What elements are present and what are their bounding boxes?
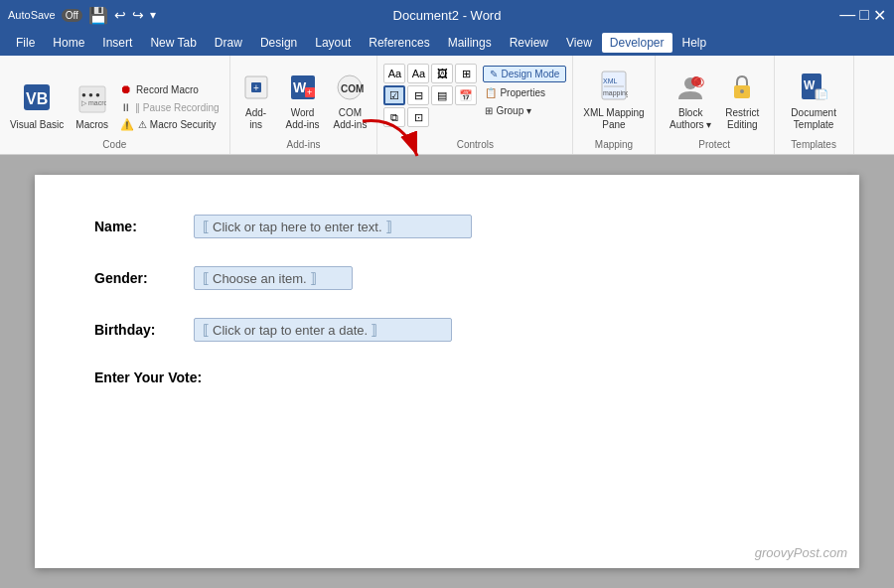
templates-group: W 📄 DocumentTemplate Templates (775, 56, 854, 154)
add-ins-button[interactable]: + Add-ins (236, 72, 276, 133)
menu-draw[interactable]: Draw (207, 33, 250, 53)
add-ins-group: + Add-ins W + WordAdd-i (230, 56, 378, 154)
undo-icon[interactable]: ↩ (114, 7, 126, 23)
main-content: VB Visual Basic ● ● ● ▷ macro Macros (0, 56, 894, 588)
combo-control-btn[interactable]: ⊟ (407, 85, 429, 105)
gender-dropdown[interactable]: Choose an item. (194, 266, 353, 290)
ribbon: VB Visual Basic ● ● ● ▷ macro Macros (0, 56, 894, 155)
group-icon: ⊞ (485, 105, 493, 116)
name-input[interactable]: Click or tap here to enter text. (194, 215, 472, 238)
pause-recording-button[interactable]: ⏸ ‖ Pause Recording (116, 99, 224, 115)
document-template-button[interactable]: W 📄 DocumentTemplate (787, 70, 840, 133)
menu-file[interactable]: File (8, 33, 43, 53)
controls-group-title: Controls (457, 135, 494, 150)
svg-text:VB: VB (26, 90, 48, 107)
watermark: groovyPost.com (755, 545, 847, 560)
record-macro-button[interactable]: ⏺ Record Macro (116, 80, 203, 98)
name-placeholder: Click or tap here to enter text. (213, 220, 382, 234)
record-icon: ⏺ (120, 82, 132, 96)
group-button[interactable]: ⊞ Group ▾ (483, 103, 566, 118)
properties-button[interactable]: 📋 Properties (483, 85, 566, 100)
menu-help[interactable]: Help (674, 33, 715, 53)
legacy-control-btn[interactable]: ⊡ (407, 107, 429, 127)
close-icon[interactable]: ✕ (873, 6, 886, 25)
controls-grid: Aa Aa 🖼 ⊞ ☑ ⊟ ▤ 📅 ⧉ ⊡ (383, 64, 477, 127)
svg-point-23 (740, 89, 744, 93)
design-mode-button[interactable]: ✎ Design Mode (483, 66, 566, 82)
menu-new-tab[interactable]: New Tab (142, 33, 204, 53)
menu-bar: File Home Insert New Tab Draw Design Lay… (0, 30, 894, 56)
macro-security-button[interactable]: ⚠️ ⚠ Macro Security (116, 116, 220, 133)
birthday-field-row: Birthday: Click or tap to enter a date. (94, 318, 800, 342)
restrict-editing-button[interactable]: RestrictEditing (721, 72, 763, 133)
more-controls-btn[interactable]: ⊞ (455, 64, 477, 83)
svg-text:🚫: 🚫 (693, 76, 704, 88)
vote-label: Enter Your Vote: (94, 369, 202, 385)
properties-label: Properties (500, 87, 545, 98)
window-controls: — □ ✕ (839, 6, 886, 25)
protect-group: 🚫 BlockAuthors ▾ RestrictEditing (656, 56, 775, 154)
visual-basic-button[interactable]: VB Visual Basic (6, 80, 68, 133)
record-macro-label: Record Macro (136, 84, 199, 95)
repeating-control-btn[interactable]: ⧉ (383, 107, 405, 127)
text-control-btn[interactable]: Aa (383, 64, 405, 83)
dropdown-control-btn[interactable]: ▤ (431, 85, 453, 105)
gender-placeholder: Choose an item. (213, 271, 307, 286)
menu-design[interactable]: Design (252, 33, 305, 53)
vote-field-row: Enter Your Vote: (94, 369, 800, 385)
picture-control-btn[interactable]: 🖼 (431, 64, 453, 83)
templates-group-title: Templates (791, 135, 836, 150)
mapping-group-title: Mapping (595, 135, 633, 150)
date-control-btn[interactable]: 📅 (455, 85, 477, 105)
pause-recording-label: ‖ Pause Recording (135, 102, 220, 113)
title-bar-left: AutoSave Off 💾 ↩ ↪ ▾ (8, 6, 156, 25)
gender-label: Gender: (94, 270, 194, 286)
menu-view[interactable]: View (558, 33, 600, 53)
svg-text:COM: COM (341, 83, 364, 94)
com-add-ins-button[interactable]: COM COMAdd-ins (330, 72, 372, 133)
menu-review[interactable]: Review (502, 33, 556, 53)
plain-text-control-btn[interactable]: Aa (407, 64, 429, 83)
svg-text:●  ●  ●: ● ● ● (81, 90, 100, 99)
menu-references[interactable]: References (361, 33, 437, 53)
group-label: Group ▾ (496, 105, 531, 116)
word-add-ins-button[interactable]: W + WordAdd-ins (282, 72, 324, 133)
document-page: Name: Click or tap here to enter text. G… (35, 175, 859, 568)
menu-developer[interactable]: Developer (602, 33, 672, 53)
birthday-input[interactable]: Click or tap to enter a date. (194, 318, 452, 342)
xml-mapping-button[interactable]: XML mapping XML MappingPane (579, 68, 648, 133)
checkbox-control-btn[interactable]: ☑ (383, 85, 405, 105)
redo-icon[interactable]: ↪ (132, 7, 144, 23)
minimize-icon[interactable]: — (839, 6, 855, 25)
menu-home[interactable]: Home (45, 33, 92, 53)
save-icon[interactable]: 💾 (88, 6, 108, 25)
add-ins-group-title: Add-ins (287, 135, 321, 150)
name-label: Name: (94, 219, 194, 234)
window-title: Document2 - Word (393, 8, 502, 23)
name-field-row: Name: Click or tap here to enter text. (94, 215, 800, 238)
pause-icon: ⏸ (120, 101, 131, 113)
autosave-status: Off (66, 10, 78, 21)
gender-field-row: Gender: Choose an item. (94, 266, 800, 290)
block-authors-button[interactable]: 🚫 BlockAuthors ▾ (666, 72, 715, 133)
svg-text:+: + (253, 82, 259, 93)
maximize-icon[interactable]: □ (859, 6, 869, 25)
customize-icon[interactable]: ▾ (150, 8, 156, 22)
macro-security-label: ⚠ Macro Security (138, 119, 216, 130)
mapping-group: XML mapping XML MappingPane Mapping (573, 56, 655, 154)
autosave-toggle[interactable]: Off (62, 9, 82, 22)
menu-layout[interactable]: Layout (307, 33, 359, 53)
svg-text:W: W (293, 79, 307, 95)
macros-button[interactable]: ● ● ● ▷ macro Macros (72, 83, 112, 133)
svg-text:W: W (804, 78, 816, 92)
design-mode-label: Design Mode (501, 69, 559, 79)
protect-group-title: Protect (698, 135, 730, 150)
svg-text:XML: XML (603, 77, 618, 84)
document-area: Name: Click or tap here to enter text. G… (0, 155, 894, 588)
menu-insert[interactable]: Insert (94, 33, 140, 53)
svg-text:mapping: mapping (603, 89, 628, 97)
menu-mailings[interactable]: Mailings (440, 33, 500, 53)
birthday-placeholder: Click or tap to enter a date. (213, 323, 368, 338)
svg-text:+: + (307, 87, 312, 97)
properties-icon: 📋 (485, 87, 497, 98)
